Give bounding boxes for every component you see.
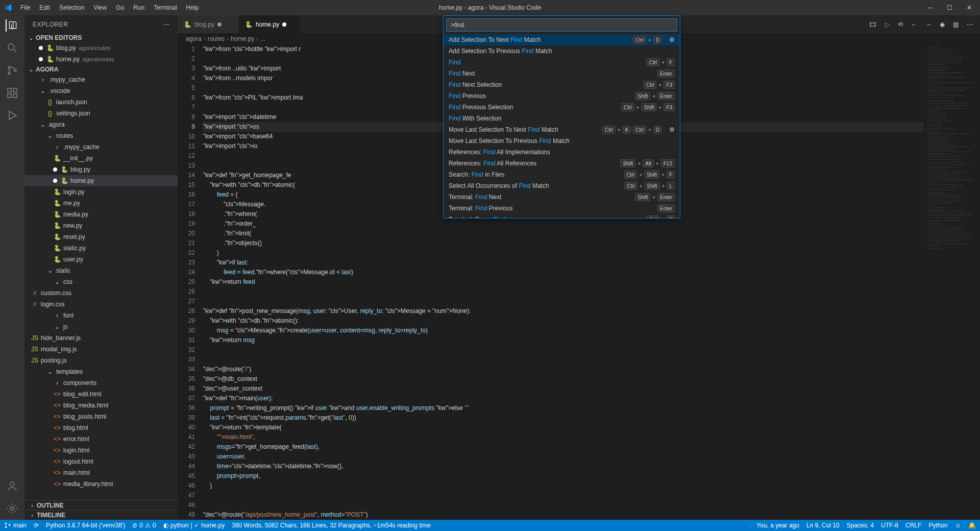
palette-item[interactable]: Terminal: Find NextShift+Enter [444,191,680,203]
file-item[interactable]: <>logout.html [24,456,178,467]
palette-item[interactable]: Search: Find in FilesCtrl+Shift+F [444,169,680,180]
source-control-icon[interactable] [6,64,18,77]
menu-run[interactable]: Run [129,2,149,13]
file-item[interactable]: JSmodal_img.js [24,344,178,355]
workspace-header[interactable]: ⌄AGORA [24,65,178,74]
palette-item[interactable]: Move Last Selection To Previous Find Mat… [444,135,680,147]
status-sync[interactable]: ⟳ [34,522,39,529]
menu-go[interactable]: Go [112,2,128,13]
timeline-header[interactable]: ›TIMELINE [24,510,178,520]
menu-help[interactable]: Help [182,2,203,13]
palette-item[interactable]: Find NextEnter [444,68,680,79]
explorer-icon[interactable] [6,19,18,32]
editor-tab[interactable]: 🐍home.py [239,15,300,33]
status-encoding[interactable]: UTF-8 [881,522,898,529]
prev-icon[interactable]: ← [910,20,918,29]
file-item[interactable]: <>main.html [24,467,178,478]
status-python[interactable]: Python 3.8.7 64-bit ('venv38') [46,522,125,529]
split-icon[interactable]: ▥ [952,20,960,29]
palette-item[interactable]: FindCtrl+F [444,57,680,68]
palette-item[interactable]: Terminal: Focus FindCtrl+F [444,214,680,218]
run-debug-icon[interactable] [6,109,18,122]
command-palette-input[interactable] [446,18,677,32]
file-item[interactable]: <>blog_edit.html [24,389,178,400]
status-bell-icon[interactable]: 🔔 [968,522,976,529]
file-item[interactable]: <>blog_posts.html [24,411,178,422]
breadcrumb-item[interactable]: home.py [231,35,254,42]
folder-item[interactable]: ›components [24,377,178,389]
menu-selection[interactable]: Selection [55,2,88,13]
file-item[interactable]: {}launch.json [24,96,178,108]
folder-item[interactable]: ›.mypy_cache [24,141,178,153]
folder-item[interactable]: ›font [24,310,178,321]
status-feedback-icon[interactable]: ☺ [955,522,961,529]
open-editors-header[interactable]: ⌄OPEN EDITORS [24,33,178,42]
file-item[interactable]: <>blog.html [24,422,178,433]
palette-item[interactable]: Add Selection To Previous Find Match [444,45,680,57]
palette-item[interactable]: References: Find All ReferencesShift+Alt… [444,158,680,169]
minimize-button[interactable]: ─ [924,2,937,13]
folder-item[interactable]: ›.mypy_cache [24,74,178,85]
palette-item[interactable]: References: Find All Implementations [444,147,680,158]
editor-tab[interactable]: 🐍blog.py [178,15,239,33]
open-editor-item[interactable]: 🐍home.pyagora\routes [24,54,178,65]
gear-icon[interactable]: ⚙ [669,126,675,133]
close-button[interactable]: ✕ [963,2,976,13]
status-blame[interactable]: 👤 You, a year ago [747,522,799,529]
palette-item[interactable]: Add Selection To Next Find MatchCtrl+D⚙ [444,34,680,45]
file-item[interactable]: 🐍blog.py [24,164,178,175]
menu-terminal[interactable]: Terminal [150,2,181,13]
menu-file[interactable]: File [16,2,34,13]
folder-item[interactable]: ⌄agora [24,119,178,130]
palette-item[interactable]: Select All Occurrences of Find MatchCtrl… [444,180,680,191]
compare-icon[interactable] [868,19,878,30]
folder-item[interactable]: ⌄css [24,276,178,287]
status-spaces[interactable]: Spaces: 4 [847,522,874,529]
settings-gear-icon[interactable] [6,502,18,515]
file-item[interactable]: 🐍me.py [24,198,178,209]
palette-item[interactable]: Find Next SelectionCtrl+F3 [444,79,680,90]
file-item[interactable]: JShide_banner.js [24,332,178,344]
minimap[interactable] [924,44,980,520]
file-item[interactable]: JSposting.js [24,355,178,366]
file-item[interactable]: #custom.css [24,287,178,299]
palette-item[interactable]: Find With Selection [444,113,680,124]
run-icon[interactable]: ▷ [884,20,891,29]
file-item[interactable]: 🐍home.py [24,175,178,186]
outline-header[interactable]: ›OUTLINE [24,500,178,510]
palette-item[interactable]: Find PreviousShift+Enter [444,90,680,102]
palette-item[interactable]: Find Previous SelectionCtrl+Shift+F3 [444,102,680,113]
palette-item[interactable]: Terminal: Find PreviousEnter [444,203,680,214]
file-item[interactable]: 🐍static.py [24,243,178,254]
next-icon[interactable]: → [924,20,933,29]
palette-item[interactable]: Move Last Selection To Next Find MatchCt… [444,124,680,135]
git-icon[interactable]: ◉ [939,20,946,29]
status-stats[interactable]: 380 Words, 5082 Chars, 188 Lines, 32 Par… [232,522,431,529]
status-problems[interactable]: ⊘ 0 ⚠ 0 [132,522,156,529]
file-item[interactable]: <>error.html [24,433,178,445]
status-lsp[interactable]: ◐ python | ✓ home.py [163,522,225,529]
maximize-button[interactable]: ☐ [943,2,957,13]
gear-icon[interactable]: ⚙ [669,36,675,43]
file-item[interactable]: <>media_library.html [24,478,178,490]
breadcrumb-item[interactable]: agora [186,35,202,42]
folder-item[interactable]: ⌄js [24,321,178,332]
file-item[interactable]: <>blog_media.html [24,400,178,411]
breadcrumb-item[interactable]: routes [208,35,225,42]
status-branch[interactable]: main [4,522,27,529]
breadcrumb-item[interactable]: ... [260,35,265,42]
file-item[interactable]: 🐍new.py [24,220,178,231]
file-item[interactable]: <>login.html [24,445,178,456]
file-item[interactable]: #login.css [24,299,178,310]
menu-edit[interactable]: Edit [35,2,54,13]
more-actions-icon[interactable]: ⋯ [966,20,974,29]
folder-item[interactable]: ⌄static [24,265,178,276]
file-item[interactable]: 🐍login.py [24,186,178,198]
folder-item[interactable]: ⌄.vscode [24,85,178,96]
file-item[interactable]: 🐍media.py [24,209,178,220]
menu-view[interactable]: View [89,2,111,13]
more-icon[interactable]: ⋯ [163,21,170,28]
accounts-icon[interactable] [6,480,18,492]
search-icon[interactable] [6,42,18,54]
status-cursor[interactable]: Ln 9, Col 10 [806,522,840,529]
